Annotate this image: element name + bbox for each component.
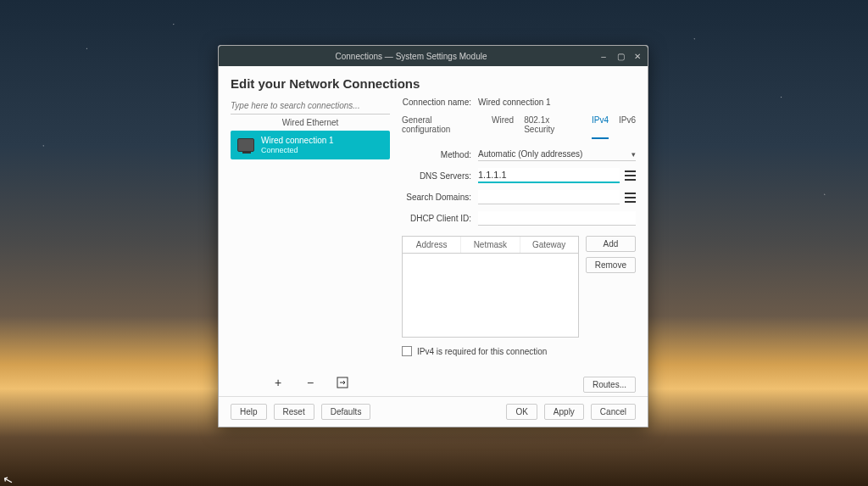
- window-title: Connections — System Settings Module: [224, 52, 598, 61]
- connections-list-pane: Wired Ethernet Wired connection 1 Connec…: [231, 98, 390, 393]
- ethernet-icon: [237, 138, 254, 152]
- method-label: Method:: [402, 150, 478, 159]
- col-header-address: Address: [403, 237, 461, 253]
- mouse-cursor-icon: ↖: [2, 472, 15, 486]
- connection-name-value: Wired connection 1: [478, 98, 636, 107]
- search-domains-menu-button[interactable]: [625, 193, 636, 203]
- dns-servers-input[interactable]: [478, 168, 620, 183]
- dhcp-client-id-label: DHCP Client ID:: [402, 214, 478, 223]
- connection-detail-pane: Connection name: Wired connection 1 Gene…: [402, 98, 636, 393]
- export-connection-button[interactable]: [336, 376, 349, 389]
- ipv4-required-label: IPv4 is required for this connection: [417, 347, 547, 356]
- close-button[interactable]: ✕: [632, 51, 643, 61]
- ipv4-required-checkbox[interactable]: [402, 346, 412, 356]
- search-input[interactable]: [231, 98, 390, 115]
- export-icon: [337, 377, 348, 388]
- connection-name: Wired connection 1: [261, 136, 334, 146]
- settings-window: Connections — System Settings Module – ▢…: [218, 45, 648, 427]
- col-header-netmask: Netmask: [461, 237, 520, 253]
- dns-label: DNS Servers:: [402, 171, 478, 181]
- tab-general[interactable]: General configuration: [402, 114, 481, 139]
- ok-button[interactable]: OK: [506, 404, 537, 420]
- reset-button[interactable]: Reset: [274, 404, 314, 420]
- minimize-button[interactable]: –: [598, 51, 609, 61]
- col-header-gateway: Gateway: [520, 237, 578, 253]
- connection-status: Connected: [261, 146, 334, 154]
- page-heading: Edit your Network Connections: [219, 66, 648, 98]
- cancel-button[interactable]: Cancel: [591, 404, 636, 420]
- remove-connection-button[interactable]: −: [303, 376, 317, 389]
- addresses-table[interactable]: Address Netmask Gateway: [402, 236, 579, 338]
- add-connection-button[interactable]: +: [271, 376, 285, 389]
- connection-item-wired-1[interactable]: Wired connection 1 Connected: [231, 131, 390, 159]
- dialog-footer: Help Reset Defaults OK Apply Cancel: [219, 396, 648, 427]
- section-label-wired: Wired Ethernet: [231, 115, 390, 131]
- tab-ipv6[interactable]: IPv6: [619, 114, 636, 139]
- chevron-down-icon: ▾: [632, 150, 636, 159]
- search-domains-input[interactable]: [478, 190, 620, 204]
- routes-button[interactable]: Routes...: [583, 377, 636, 393]
- apply-button[interactable]: Apply: [544, 404, 584, 420]
- method-value: Automatic (Only addresses): [478, 149, 582, 159]
- tab-ipv4[interactable]: IPv4: [592, 114, 609, 139]
- dns-menu-button[interactable]: [625, 170, 636, 181]
- tab-8021x[interactable]: 802.1x Security: [524, 114, 581, 139]
- dhcp-client-id-input[interactable]: [478, 211, 636, 226]
- connection-name-label: Connection name:: [402, 98, 478, 107]
- search-domains-label: Search Domains:: [402, 193, 478, 202]
- titlebar[interactable]: Connections — System Settings Module – ▢…: [219, 46, 648, 66]
- maximize-button[interactable]: ▢: [615, 51, 626, 61]
- add-address-button[interactable]: Add: [586, 236, 636, 252]
- method-select[interactable]: Automatic (Only addresses) ▾: [478, 148, 636, 161]
- tab-wired[interactable]: Wired: [492, 114, 514, 139]
- help-button[interactable]: Help: [231, 404, 267, 420]
- defaults-button[interactable]: Defaults: [321, 404, 371, 420]
- tabs: General configuration Wired 802.1x Secur…: [402, 114, 636, 139]
- remove-address-button[interactable]: Remove: [586, 257, 636, 273]
